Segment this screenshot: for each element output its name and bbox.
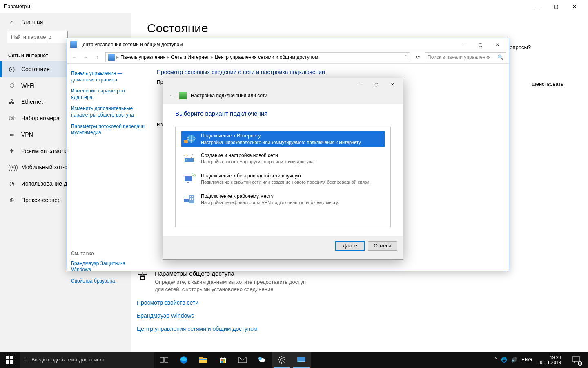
breadcrumb-dropdown-icon[interactable]: ˅: [405, 54, 407, 60]
option-desc: Настройка нового маршрутизатора или точк…: [201, 159, 315, 164]
cp-toolbar: ← → ↑ ▶ Панель управления ▶ Сеть и Интер…: [67, 51, 509, 64]
maximize-button[interactable]: ▢: [546, 0, 565, 13]
sidebar-item-label: VPN: [21, 131, 33, 138]
search-input[interactable]: Найти параметр: [7, 31, 68, 43]
wizard-option-workplace[interactable]: Подключение к рабочему месту Настройка т…: [181, 191, 385, 208]
cp-link-adapter[interactable]: Изменение параметров адаптера: [71, 88, 145, 101]
next-button[interactable]: Далее: [335, 241, 365, 251]
action-center-button[interactable]: 5: [568, 352, 585, 368]
cp-maximize-button[interactable]: ▢: [472, 40, 488, 49]
cp-link-defender-fw[interactable]: Брандмауэр Защитника Windows: [71, 260, 145, 273]
svg-point-34: [281, 359, 283, 361]
link-view-net-props[interactable]: Просмотр свойств сети: [137, 299, 308, 306]
option-title: Подключение к беспроводной сети вручную: [201, 173, 370, 180]
taskbar-search-placeholder: Введите здесь текст для поиска: [31, 357, 104, 363]
wizard-title: Настройка подключения или сети: [191, 93, 267, 99]
taskbar-app-weather[interactable]: [252, 352, 272, 368]
option-title: Создание и настройка новой сети: [201, 153, 315, 159]
svg-rect-15: [184, 199, 189, 202]
taskbar-mail[interactable]: [233, 352, 252, 368]
cp-link-home[interactable]: Панель управления — домашняя страница: [71, 70, 145, 83]
wizard-close-button[interactable]: ✕: [384, 79, 401, 89]
svg-rect-24: [199, 357, 203, 359]
wizard-titlebar[interactable]: — ▢ ✕: [163, 78, 403, 90]
cp-up-button[interactable]: ↑: [92, 54, 102, 60]
wizard-footer: Далее Отмена: [163, 236, 403, 256]
airplane-icon: ✈: [8, 148, 16, 154]
taskbar-edge[interactable]: [174, 352, 194, 368]
cp-see-also-label: См. также: [71, 251, 145, 256]
svg-rect-18: [6, 360, 9, 364]
home-label: Главная: [21, 19, 43, 25]
svg-rect-17: [10, 356, 13, 359]
svg-rect-13: [190, 198, 191, 200]
wizard-option-internet[interactable]: Подключение к Интернету Настройка широко…: [181, 131, 385, 147]
option-desc: Настройка широкополосного или коммутируе…: [201, 139, 362, 145]
taskbar-explorer[interactable]: [194, 352, 213, 368]
taskbar: ○ Введите здесь текст для поиска ˄ 🌐 🔊 E…: [0, 352, 588, 368]
svg-rect-29: [221, 361, 223, 363]
cp-titlebar[interactable]: Центр управления сетями и общим доступом…: [67, 38, 509, 51]
wizard-option-new-network[interactable]: Создание и настройка новой сети Настройк…: [181, 150, 385, 167]
cancel-button[interactable]: Отмена: [368, 241, 397, 251]
link-firewall[interactable]: Брандмауэр Windows: [137, 312, 308, 319]
cp-back-button[interactable]: ←: [69, 54, 79, 60]
svg-rect-16: [6, 356, 9, 359]
sharing-settings-section: Параметры общего доступа Определите, к к…: [137, 270, 308, 339]
sidebar-item-label: Набор номера: [21, 115, 60, 121]
taskbar-settings[interactable]: [272, 352, 292, 368]
tray-volume-icon[interactable]: 🔊: [511, 357, 517, 363]
tray-language-indicator[interactable]: ENG: [521, 357, 532, 363]
cp-link-stream[interactable]: Параметры потоковой передачи мультимедиа: [71, 123, 145, 136]
wizard-option-list: Подключение к Интернету Настройка широко…: [175, 127, 391, 227]
cp-link-sharing[interactable]: Изменить дополнительные параметры общего…: [71, 105, 145, 118]
crumb-net-internet[interactable]: Сеть и Интернет: [171, 54, 209, 60]
wizard-back-button[interactable]: ←: [169, 92, 175, 99]
svg-rect-8: [185, 176, 192, 181]
cp-search-input[interactable]: Поиск в панели управления 🔍: [425, 52, 506, 62]
crumb-control-panel[interactable]: Панель управления: [120, 54, 165, 60]
wizard-minimize-button[interactable]: —: [352, 79, 368, 89]
wizard-header: ← Настройка подключения или сети: [163, 90, 403, 104]
home-button[interactable]: ⌂ Главная: [0, 13, 131, 31]
cp-forward-button[interactable]: →: [81, 54, 91, 60]
link-network-center[interactable]: Центр управления сетями и общим доступом: [137, 325, 308, 332]
page-title: Состояние: [147, 21, 572, 35]
search-icon: ○: [24, 357, 27, 363]
option-desc: Подключение к скрытой сети или создание …: [201, 179, 370, 185]
svg-rect-6: [185, 158, 194, 162]
tray-overflow-button[interactable]: ˄: [494, 357, 497, 363]
svg-rect-5: [184, 140, 188, 143]
vpn-icon: ∞: [8, 131, 16, 138]
cp-minimize-button[interactable]: —: [455, 40, 471, 49]
start-button[interactable]: [0, 352, 20, 368]
svg-rect-36: [298, 361, 305, 362]
cp-close-button[interactable]: ✕: [489, 40, 506, 49]
cp-breadcrumb[interactable]: ▶ Панель управления ▶ Сеть и Интернет ▶ …: [105, 52, 410, 62]
wizard-option-manual-wireless[interactable]: Подключение к беспроводной сети вручную …: [181, 171, 385, 188]
option-desc: Настройка телефонного или VPN-подключени…: [201, 200, 339, 205]
sidebar-item-label: Wi-Fi: [21, 82, 35, 89]
tray-clock[interactable]: 19:23 30.11.2019: [536, 355, 564, 365]
svg-point-7: [186, 159, 187, 160]
wizard-body: Выберите вариант подключения Подключение…: [163, 104, 403, 236]
help-link-fragment[interactable]: опросы?: [510, 44, 531, 50]
wifi-icon: ⚆: [8, 82, 16, 89]
taskbar-store[interactable]: [213, 352, 233, 368]
wizard-maximize-button[interactable]: ▢: [368, 79, 384, 89]
router-icon: [183, 153, 196, 164]
cp-link-browser-props[interactable]: Свойства браузера: [71, 278, 145, 285]
task-view-button[interactable]: [154, 352, 174, 368]
cp-refresh-button[interactable]: ⟳: [413, 54, 423, 60]
hotspot-icon: ((•)): [8, 164, 16, 171]
tray-network-icon[interactable]: 🌐: [501, 357, 507, 363]
tray-date: 30.11.2019: [539, 360, 561, 365]
svg-rect-25: [199, 359, 207, 360]
minimize-button[interactable]: —: [528, 0, 546, 13]
tray-time: 19:23: [539, 355, 561, 360]
taskbar-search-input[interactable]: ○ Введите здесь текст для поиска: [20, 352, 154, 368]
crumb-net-center[interactable]: Центр управления сетями и общим доступом: [215, 54, 318, 60]
close-button[interactable]: ✕: [565, 0, 584, 13]
option-title: Подключение к Интернету: [201, 133, 362, 139]
taskbar-control-panel[interactable]: [292, 352, 311, 368]
